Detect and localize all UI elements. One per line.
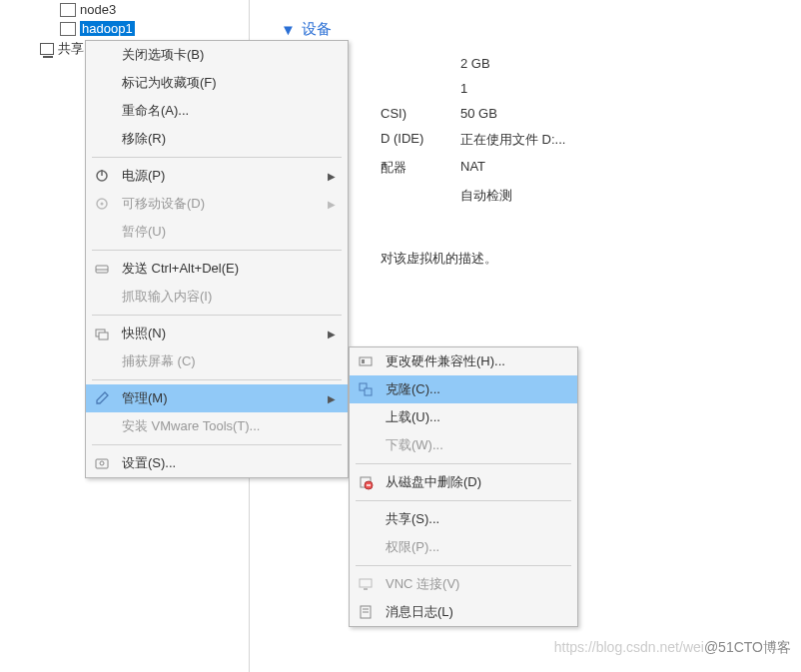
svg-point-3 <box>101 203 104 206</box>
share-icon <box>40 43 54 55</box>
blank-icon <box>92 289 112 305</box>
device-value: 1 <box>460 81 467 96</box>
device-label: D (IDE) <box>381 131 460 149</box>
power-icon <box>92 168 112 184</box>
blank-icon <box>356 437 376 453</box>
menu-label: 更改硬件兼容性(H)... <box>386 352 569 370</box>
menu-change-hw-compat[interactable]: 更改硬件兼容性(H)... <box>350 347 577 375</box>
menu-label: VNC 连接(V) <box>386 575 569 593</box>
menu-power[interactable]: 电源(P) ▶ <box>86 162 348 190</box>
device-label: CSI) <box>381 106 460 121</box>
menu-message-log[interactable]: 消息日志(L) <box>350 598 577 626</box>
menu-label: 暂停(U) <box>122 223 340 241</box>
context-menu-main: 关闭选项卡(B) 标记为收藏项(F) 重命名(A)... 移除(R) 电源(P)… <box>85 40 349 478</box>
menu-label: 管理(M) <box>122 389 328 407</box>
snapshot-icon <box>92 326 112 341</box>
menu-snapshot[interactable]: 快照(N) ▶ <box>86 320 348 347</box>
device-row: 1 <box>381 76 771 101</box>
svg-rect-13 <box>365 388 372 395</box>
menu-clone[interactable]: 克隆(C)... <box>350 375 577 403</box>
log-icon <box>356 604 376 620</box>
menu-vnc: VNC 连接(V) <box>350 570 577 598</box>
menu-label: 发送 Ctrl+Alt+Del(E) <box>122 260 340 278</box>
menu-install-tools: 安装 VMware Tools(T)... <box>86 412 348 440</box>
monitor-icon <box>356 576 376 592</box>
blank-icon <box>356 539 376 555</box>
tree-node-hadoop1[interactable]: hadoop1 <box>0 19 249 38</box>
disc-icon <box>92 196 112 212</box>
menu-rename[interactable]: 重命名(A)... <box>86 97 348 125</box>
clone-icon <box>356 381 376 397</box>
menu-separator <box>356 463 571 464</box>
device-label <box>381 56 460 71</box>
menu-label: 移除(R) <box>122 130 340 148</box>
menu-separator <box>92 157 342 158</box>
menu-share[interactable]: 共享(S)... <box>350 505 577 533</box>
menu-label: 克隆(C)... <box>386 380 569 398</box>
menu-label: 共享(S)... <box>386 510 569 528</box>
menu-label: 捕获屏幕 (C) <box>122 352 340 370</box>
menu-label: 可移动设备(D) <box>122 195 328 213</box>
blank-icon <box>356 511 376 527</box>
device-value: 2 GB <box>460 56 490 71</box>
blank-icon <box>92 131 112 147</box>
device-value: 自动检测 <box>460 187 512 205</box>
menu-label: 安装 VMware Tools(T)... <box>122 417 340 435</box>
menu-separator <box>92 379 342 380</box>
device-value: 50 GB <box>460 106 497 121</box>
svg-rect-11 <box>362 359 365 363</box>
blank-icon <box>356 409 376 425</box>
context-menu-manage: 更改硬件兼容性(H)... 克隆(C)... 上载(U)... 下载(W)...… <box>349 346 578 627</box>
menu-permissions: 权限(P)... <box>350 533 577 561</box>
delete-icon <box>356 474 376 490</box>
keyboard-icon <box>92 261 112 277</box>
vm-icon <box>60 3 76 17</box>
wrench-icon <box>92 390 112 406</box>
svg-rect-17 <box>360 579 372 587</box>
tree-node-label: node3 <box>80 2 116 17</box>
section-title: 设备 <box>302 20 332 39</box>
watermark: https://blog.csdn.net/wei@51CTO博客 <box>554 639 791 657</box>
menu-upload[interactable]: 上载(U)... <box>350 403 577 431</box>
menu-delete-from-disk[interactable]: 从磁盘中删除(D) <box>350 468 577 496</box>
menu-separator <box>92 250 342 251</box>
device-label: 配器 <box>381 159 460 177</box>
menu-label: 关闭选项卡(B) <box>122 46 340 64</box>
settings-icon <box>92 455 112 471</box>
menu-label: 消息日志(L) <box>386 603 569 621</box>
menu-separator <box>356 500 571 501</box>
menu-settings[interactable]: 设置(S)... <box>86 449 348 477</box>
menu-download: 下载(W)... <box>350 431 577 459</box>
collapse-arrow-icon: ▼ <box>281 21 296 38</box>
submenu-arrow-icon: ▶ <box>328 171 340 182</box>
blank-icon <box>92 47 112 63</box>
menu-separator <box>356 565 571 566</box>
menu-separator <box>92 315 342 316</box>
menu-send-cad[interactable]: 发送 Ctrl+Alt+Del(E) <box>86 255 348 283</box>
menu-mark-favorite[interactable]: 标记为收藏项(F) <box>86 69 348 97</box>
menu-remove[interactable]: 移除(R) <box>86 125 348 153</box>
submenu-arrow-icon: ▶ <box>328 329 340 339</box>
menu-label: 抓取输入内容(I) <box>122 288 340 306</box>
menu-label: 上载(U)... <box>386 408 569 426</box>
device-row: D (IDE) 正在使用文件 D:... <box>381 126 771 154</box>
menu-close-tab[interactable]: 关闭选项卡(B) <box>86 41 348 69</box>
section-header-devices[interactable]: ▼ 设备 <box>281 20 771 39</box>
device-row: 2 GB <box>381 51 771 76</box>
tree-node-label: hadoop1 <box>80 21 135 36</box>
menu-capture-screen: 捕获屏幕 (C) <box>86 347 348 375</box>
tree-node-node3[interactable]: node3 <box>0 0 249 19</box>
blank-icon <box>92 75 112 91</box>
vm-description: 对该虚拟机的描述。 <box>381 250 771 268</box>
menu-manage[interactable]: 管理(M) ▶ <box>86 384 348 412</box>
blank-icon <box>92 418 112 434</box>
menu-label: 快照(N) <box>122 325 328 342</box>
menu-label: 权限(P)... <box>386 538 569 556</box>
device-label <box>381 187 460 205</box>
blank-icon <box>92 224 112 240</box>
device-row: 配器 NAT <box>381 154 771 182</box>
device-label <box>381 81 460 96</box>
svg-rect-8 <box>96 459 108 468</box>
menu-label: 设置(S)... <box>122 454 340 472</box>
submenu-arrow-icon: ▶ <box>328 393 340 404</box>
